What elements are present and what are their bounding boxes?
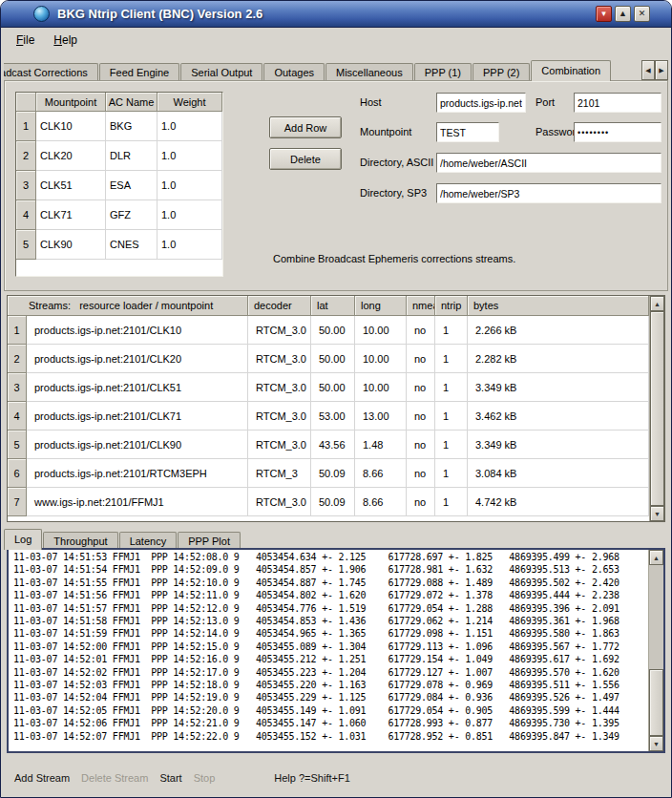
log-line: 11-03-07 14:52:05 FFMJ1 PPP 14:52:20.0 9… <box>13 704 647 717</box>
cell-long: 8.66 <box>355 459 407 488</box>
combination-panel: Mountpoint AC Name Weight 1 CLK10 BKG 1.… <box>4 80 668 291</box>
tab[interactable]: Broadcast Corrections <box>4 63 98 81</box>
titlebar[interactable]: BKG Ntrip Client (BNC) Version 2.6 ▾ ▲ ✕ <box>1 1 671 28</box>
row-number: 4 <box>8 402 27 430</box>
tab[interactable]: Serial Output <box>180 63 262 81</box>
header-long[interactable]: long <box>355 296 407 316</box>
log-tabbar: Log Throughput Latency PPP Plot <box>4 527 385 550</box>
port-input[interactable] <box>574 93 662 113</box>
log-line: 11-03-07 14:52:01 FFMJ1 PPP 14:52:16.0 9… <box>13 653 647 665</box>
log-line: 11-03-07 14:52:00 FFMJ1 PPP 14:52:15.0 9… <box>13 640 647 653</box>
combination-table-row[interactable]: 5 CLK90 CNES 1.0 <box>16 230 222 260</box>
stream-row[interactable]: 2 products.igs-ip.net:2101/CLK20 RTCM_3.… <box>8 345 649 373</box>
cell-lat: 50.00 <box>311 373 355 402</box>
header-ac-name[interactable]: AC Name <box>106 93 158 112</box>
combination-table-row[interactable]: 2 CLK20 DLR 1.0 <box>16 141 222 171</box>
minimize-button[interactable]: ▾ <box>596 6 612 22</box>
tab-scroll-left-button[interactable]: ◀ <box>641 60 655 80</box>
log-line: 11-03-07 14:51:54 FFMJ1 PPP 14:52:09.0 9… <box>13 563 647 576</box>
cell-mountpoint: CLK71 <box>36 200 106 230</box>
cell-mountpoint: products.igs-ip.net:2101/CLK90 <box>27 430 248 459</box>
header-bytes[interactable]: bytes <box>468 296 649 316</box>
row-number: 3 <box>16 171 36 200</box>
close-button[interactable]: ✕ <box>634 6 650 22</box>
cell-mountpoint: www.igs-ip.net:2101/FFMJ1 <box>27 488 248 516</box>
cell-weight: 1.0 <box>158 171 222 200</box>
combination-table-row[interactable]: 3 CLK51 ESA 1.0 <box>16 171 222 200</box>
cell-lat: 50.09 <box>311 488 355 516</box>
tab-scroll-right-button[interactable]: ▶ <box>655 60 668 80</box>
stream-row[interactable]: 6 products.igs-ip.net:2101/RTCM3EPH RTCM… <box>8 459 649 488</box>
stream-row[interactable]: 7 www.igs-ip.net:2101/FFMJ1 RTCM_3.0 50.… <box>8 488 649 516</box>
menu-item[interactable]: Help <box>44 31 87 50</box>
host-input[interactable] <box>436 93 526 113</box>
header-nmea[interactable]: nmea <box>407 296 435 316</box>
menu-item[interactable]: File <box>7 31 44 50</box>
log-scrollbar[interactable]: ▲ ▼ <box>648 550 663 751</box>
cell-ntrip: 1 <box>435 459 468 488</box>
port-label: Port <box>536 96 555 108</box>
cell-mountpoint: CLK10 <box>36 112 106 141</box>
tab[interactable]: PPP (2) <box>472 63 530 81</box>
log-line: 11-03-07 14:51:57 FFMJ1 PPP 14:52:12.0 9… <box>13 602 647 615</box>
combination-caption: Combine Broadcast Ephemeris corrections … <box>273 253 515 264</box>
add-row-button[interactable]: Add Row <box>269 116 342 138</box>
start-button[interactable]: Start <box>159 772 181 784</box>
cell-mountpoint: products.igs-ip.net:2101/CLK51 <box>27 373 248 402</box>
row-number: 1 <box>16 112 36 141</box>
log-view[interactable]: 11-03-07 14:51:53 FFMJ1 PPP 14:52:08.0 9… <box>7 548 665 753</box>
stop-button[interactable]: Stop <box>194 772 216 784</box>
cell-lat: 50.00 <box>311 345 355 373</box>
menubar: File Help <box>1 29 671 52</box>
tab[interactable]: PPP (1) <box>414 63 472 81</box>
stream-row[interactable]: 1 products.igs-ip.net:2101/CLK10 RTCM_3.… <box>8 316 649 345</box>
stream-row[interactable]: 4 products.igs-ip.net:2101/CLK71 RTCM_3.… <box>8 402 649 430</box>
tab[interactable]: Miscellaneous <box>326 63 413 81</box>
scrollbar-thumb[interactable] <box>650 311 664 506</box>
header-weight[interactable]: Weight <box>158 93 222 112</box>
mountpoint-input[interactable] <box>436 122 499 142</box>
header-lat[interactable]: lat <box>311 296 355 316</box>
tab[interactable]: Feed Engine <box>99 63 179 81</box>
scroll-down-icon[interactable]: ▼ <box>650 506 664 521</box>
mountpoint-label: Mountpoint <box>360 126 411 137</box>
password-input[interactable] <box>574 122 662 142</box>
tab[interactable]: Outages <box>263 63 325 81</box>
directory-sp3-input[interactable] <box>436 183 662 203</box>
header-streams[interactable]: Streams: resource loader / mountpoint <box>8 296 248 316</box>
log-line: 11-03-07 14:51:59 FFMJ1 PPP 14:52:14.0 9… <box>13 627 647 640</box>
tab[interactable]: Combination <box>531 60 611 81</box>
cell-lat: 43.56 <box>311 430 355 459</box>
delete-button[interactable]: Delete <box>269 148 342 170</box>
scrollbar-thumb[interactable] <box>649 669 663 736</box>
cell-ntrip: 1 <box>435 373 468 402</box>
header-decoder[interactable]: decoder <box>248 296 311 316</box>
add-stream-button[interactable]: Add Stream <box>14 772 70 784</box>
row-number: 7 <box>8 488 27 516</box>
stream-row[interactable]: 3 products.igs-ip.net:2101/CLK51 RTCM_3.… <box>8 373 649 402</box>
cell-decoder: RTCM_3.0 <box>248 316 311 345</box>
directory-ascii-label: Directory, ASCII <box>360 157 433 168</box>
header-ntrip[interactable]: ntrip <box>435 296 468 316</box>
tab[interactable]: Log <box>4 529 42 550</box>
combination-table-row[interactable]: 1 CLK10 BKG 1.0 <box>16 112 222 141</box>
cell-nmea: no <box>407 316 435 345</box>
scroll-down-icon[interactable]: ▼ <box>649 736 663 751</box>
cell-decoder: RTCM_3 <box>248 459 311 488</box>
bnc-window: BKG Ntrip Client (BNC) Version 2.6 ▾ ▲ ✕… <box>0 0 672 798</box>
cell-mountpoint: products.igs-ip.net:2101/CLK10 <box>27 316 248 345</box>
directory-ascii-input[interactable] <box>436 153 662 173</box>
streams-scrollbar[interactable]: ▲ ▼ <box>649 296 664 521</box>
stream-row[interactable]: 5 products.igs-ip.net:2101/CLK90 RTCM_3.… <box>8 430 649 459</box>
cell-ntrip: 1 <box>435 488 468 516</box>
combination-table-row[interactable]: 4 CLK71 GFZ 1.0 <box>16 200 222 230</box>
cell-long: 10.00 <box>355 373 407 402</box>
cell-decoder: RTCM_3.0 <box>248 373 311 402</box>
header-mountpoint[interactable]: Mountpoint <box>36 93 106 112</box>
cell-bytes: 3.462 kB <box>468 402 649 430</box>
scroll-up-icon[interactable]: ▲ <box>649 550 663 565</box>
scroll-up-icon[interactable]: ▲ <box>650 296 664 311</box>
maximize-button[interactable]: ▲ <box>615 6 631 22</box>
cell-ntrip: 1 <box>435 430 468 459</box>
delete-stream-button[interactable]: Delete Stream <box>81 772 148 784</box>
